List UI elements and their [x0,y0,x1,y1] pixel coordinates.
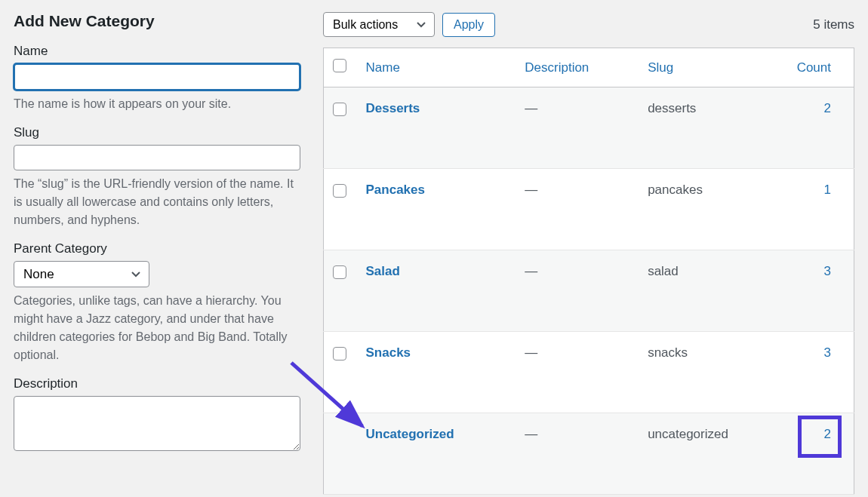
slug-input[interactable] [14,145,300,170]
items-count: 5 items [813,17,854,32]
apply-button[interactable]: Apply [442,13,495,37]
category-name-link[interactable]: Uncategorized [366,427,454,441]
select-all-checkbox[interactable] [333,59,346,72]
row-checkbox[interactable] [333,265,346,279]
table-row: Snacks—snacks3 [324,332,854,413]
bulk-actions-select[interactable]: Bulk actions [323,12,435,37]
name-label: Name [14,44,300,59]
table-row: Salad—salad3 [324,250,854,332]
category-slug: salad [639,250,786,332]
desc-label: Description [14,376,300,391]
name-help: The name is how it appears on your site. [14,95,300,113]
category-count-link[interactable]: 3 [824,345,831,360]
col-slug[interactable]: Slug [639,48,786,87]
parent-help: Categories, unlike tags, can have a hier… [14,292,300,364]
category-slug: pancakes [639,169,786,250]
category-desc: — [516,169,639,250]
category-name-link[interactable]: Salad [366,264,400,278]
category-desc: — [516,250,639,332]
categories-table: Name Description Slug Count Desserts—des… [323,48,854,495]
category-count-link[interactable]: 2 [824,427,831,441]
parent-label: Parent Category [14,241,300,256]
category-desc: — [516,332,639,413]
table-row: Uncategorized—uncategorized2 [324,413,854,495]
name-input[interactable] [14,63,300,91]
category-count-link[interactable]: 1 [824,183,831,197]
row-checkbox[interactable] [333,347,346,360]
form-title: Add New Category [14,12,300,30]
category-desc: — [516,87,639,169]
col-count[interactable]: Count [786,48,854,87]
category-name-link[interactable]: Snacks [366,345,411,360]
category-name-link[interactable]: Desserts [366,101,420,115]
slug-label: Slug [14,125,300,140]
desc-textarea[interactable] [14,396,300,451]
category-list-panel: Bulk actions Apply 5 items Name Descript… [323,12,854,495]
category-slug: desserts [639,87,786,169]
category-slug: snacks [639,332,786,413]
col-name[interactable]: Name [357,48,516,87]
add-category-form: Add New Category Name The name is how it… [14,12,300,495]
row-checkbox[interactable] [333,184,346,198]
category-count-link[interactable]: 2 [824,101,831,115]
category-desc: — [516,413,639,495]
parent-select[interactable]: None [14,261,149,287]
table-row: Desserts—desserts2 [324,87,854,169]
category-slug: uncategorized [639,413,786,495]
table-row: Pancakes—pancakes1 [324,169,854,250]
category-name-link[interactable]: Pancakes [366,183,425,197]
slug-help: The “slug” is the URL-friendly version o… [14,175,300,229]
row-checkbox[interactable] [333,103,346,116]
category-count-link[interactable]: 3 [824,264,831,278]
col-description[interactable]: Description [516,48,639,87]
